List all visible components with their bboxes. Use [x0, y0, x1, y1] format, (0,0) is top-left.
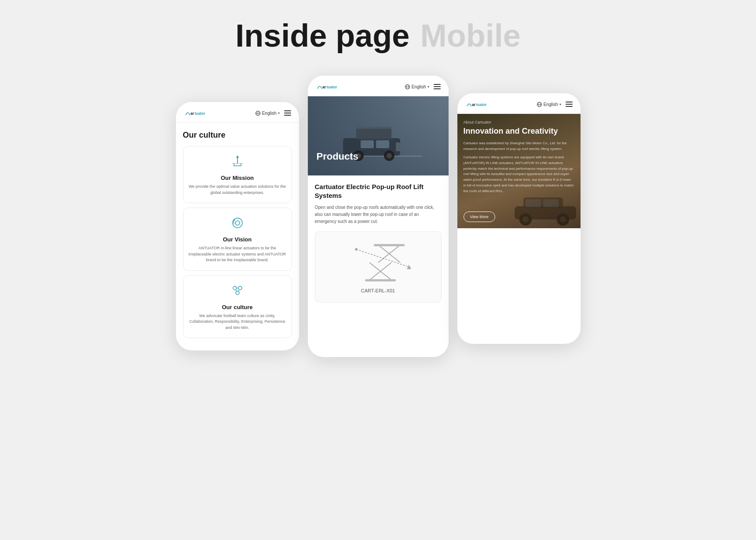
svg-text:ar: ar: [190, 111, 194, 116]
ham-line-6: [434, 88, 441, 89]
phone-right-nav: ar tuator English ▾: [457, 93, 581, 114]
svg-rect-36: [374, 244, 405, 246]
phone-right-lang[interactable]: English ▾: [537, 102, 561, 107]
culture-icon: [230, 283, 245, 299]
products-hero-bg: [308, 96, 449, 175]
svg-point-12: [236, 291, 239, 295]
ham-line-4: [434, 84, 441, 85]
svg-rect-29: [396, 142, 400, 151]
ham-line-5: [434, 86, 441, 87]
product-desc: Open and close the pop-up roofs automati…: [315, 204, 442, 225]
svg-point-28: [387, 153, 392, 158]
svg-text:tuator: tuator: [476, 102, 487, 107]
phone-culture: ar tuator English ▾: [176, 102, 299, 350]
vision-text: ANTUATOR in-line linear actuators to be …: [189, 245, 286, 263]
culture-sub-text: We advocate football team culture as Uni…: [189, 313, 286, 331]
globe-icon-right: [537, 102, 542, 107]
svg-text:tuator: tuator: [194, 111, 205, 116]
vision-icon: [230, 215, 245, 231]
svg-line-38: [356, 249, 409, 267]
mission-title: Our Mission: [189, 175, 286, 181]
ham-line-2: [284, 113, 291, 113]
mission-icon: [230, 153, 245, 169]
about-small-label: About Cartuator: [464, 120, 574, 124]
svg-text:tuator: tuator: [326, 85, 337, 89]
ham-line-9: [566, 106, 573, 107]
svg-point-8: [235, 221, 240, 225]
svg-rect-31: [376, 140, 389, 148]
ham-line-8: [566, 104, 573, 105]
logo-svg-center: ar tuator: [315, 82, 346, 91]
product-model: CART-ERL-X01: [361, 288, 395, 293]
chevron-left: ▾: [278, 111, 280, 115]
chevron-center: ▾: [427, 85, 429, 89]
product-title: Cartuator Electric Pop-up Roof Lift Syst…: [315, 182, 442, 201]
culture-page-title: Our culture: [183, 131, 292, 140]
product-diagram-svg: [343, 241, 413, 285]
phone-center-logo: ar tuator: [315, 82, 346, 91]
svg-rect-23: [356, 127, 391, 139]
svg-rect-30: [361, 140, 374, 148]
culture-card-mission: Our Mission We provide the optimal value…: [183, 146, 292, 203]
svg-point-39: [355, 248, 358, 251]
svg-rect-37: [365, 279, 396, 281]
vision-title: Our Vision: [189, 236, 286, 243]
svg-point-11: [238, 286, 242, 290]
phone-center-nav: ar tuator English ▾: [308, 76, 449, 96]
mission-text: We provide the optimal value actuation s…: [189, 184, 286, 196]
products-hero: Products: [308, 96, 449, 175]
phones-container: ar tuator English ▾: [136, 76, 620, 357]
phone-right-logo: ar tuator: [464, 99, 495, 109]
chevron-right: ▾: [559, 102, 561, 106]
logo-svg-left: ar tuator: [183, 108, 214, 118]
ham-line-7: [566, 102, 573, 102]
svg-marker-6: [236, 155, 239, 158]
phone-about: ar tuator English ▾: [457, 93, 581, 344]
lang-label-right: English: [544, 102, 558, 107]
svg-text:ar: ar: [322, 85, 326, 89]
page-title-sub: Mobile: [420, 18, 521, 53]
globe-icon-center: [405, 84, 410, 90]
hamburger-center[interactable]: [433, 83, 442, 90]
about-hero-content: About Cartuator Innovation and Creativit…: [457, 114, 581, 228]
phone-left-lang[interactable]: English ▾: [255, 110, 280, 116]
culture-card-vision: Our Vision ANTUATOR in-line linear actua…: [183, 208, 292, 271]
svg-point-9: [233, 219, 235, 221]
logo-svg-right: ar tuator: [464, 99, 495, 109]
phone-left-logo: ar tuator: [183, 108, 214, 118]
ham-line-3: [284, 115, 291, 116]
view-more-button[interactable]: View More: [464, 212, 495, 222]
hamburger-left[interactable]: [283, 109, 292, 117]
lang-label-center: English: [412, 84, 426, 89]
culture-sub-title: Our culture: [189, 304, 286, 310]
phone-left-nav: ar tuator English ▾: [176, 102, 299, 123]
about-hero: About Cartuator Innovation and Creativit…: [457, 114, 581, 228]
phone-products: ar tuator English ▾: [308, 76, 449, 357]
svg-text:ar: ar: [472, 102, 476, 107]
lang-label-left: English: [262, 111, 277, 116]
phone-center-nav-right: English ▾: [405, 83, 442, 90]
globe-icon-left: [255, 110, 261, 116]
svg-point-10: [233, 286, 237, 290]
culture-card-culture: Our culture We advocate football team cu…: [183, 275, 292, 339]
about-para2: Cartuator electric lifting systems are e…: [464, 155, 574, 194]
svg-marker-40: [407, 265, 411, 269]
phone-center-lang[interactable]: English ▾: [405, 84, 429, 90]
page-title-main: Inside page: [235, 18, 409, 53]
ham-line-1: [284, 110, 291, 111]
about-title: Innovation and Creativity: [464, 126, 574, 136]
phone-left-nav-right: English ▾: [255, 109, 292, 117]
products-hero-label: Products: [317, 151, 358, 162]
product-info: Cartuator Electric Pop-up Roof Lift Syst…: [308, 175, 449, 225]
svg-rect-24: [356, 126, 391, 129]
hamburger-right[interactable]: [565, 101, 573, 108]
phone-right-nav-right: English ▾: [537, 101, 573, 108]
about-para1: Cartuator was established by Shanghai Si…: [464, 141, 574, 152]
culture-page: Our culture Our Mission We provide the o…: [176, 123, 299, 350]
page-title-area: Inside page Mobile: [235, 18, 521, 54]
product-diagram-card: CART-ERL-X01: [315, 231, 442, 303]
